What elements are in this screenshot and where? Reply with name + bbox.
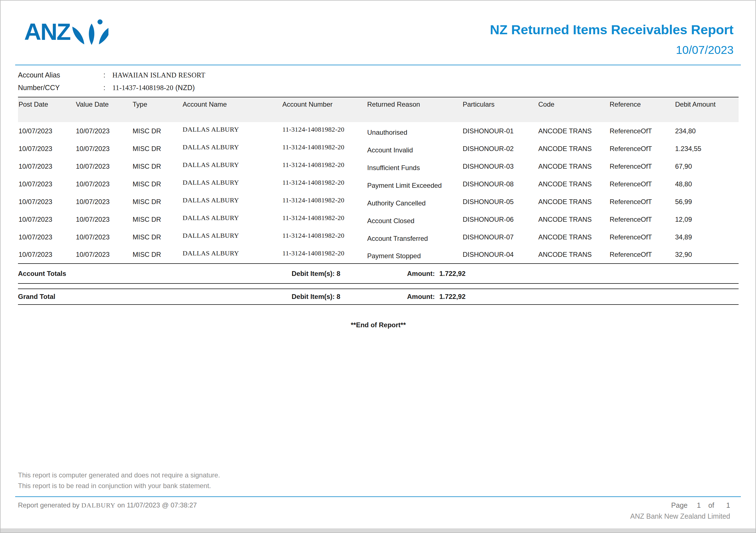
- cell-debit-amount: 12,09: [675, 211, 739, 228]
- report-body: Post DateValue DateTypeAccount NameAccou…: [18, 97, 739, 329]
- cell-reference: ReferenceOfT: [609, 158, 675, 175]
- table-row: 10/07/202310/07/2023MISC DRDALLAS ALBURY…: [18, 140, 739, 158]
- table-row: 10/07/202310/07/2023MISC DRDALLAS ALBURY…: [18, 211, 739, 228]
- cell-post-date: 10/07/2023: [18, 228, 75, 246]
- cell-debit-amount: 1.234,55: [675, 140, 739, 158]
- column-header-code: Code: [538, 97, 609, 122]
- cell-account-number: 11-3124-14081982-20: [282, 139, 366, 156]
- cell-value-date: 10/07/2023: [75, 193, 132, 211]
- of-label: of: [708, 501, 714, 509]
- number-ccy-value: 11-1437-1408198-20 (NZD): [112, 84, 195, 92]
- account-totals-row: Account Totals Debit Item(s): 8 Amount:1…: [18, 264, 739, 284]
- cell-type: MISC DR: [132, 158, 182, 175]
- number-ccy-label: Number/CCY: [18, 84, 103, 92]
- page-info: Page 1 of 1: [630, 501, 730, 509]
- account-alias-label: Account Alias: [18, 71, 103, 79]
- footer-bottom: Report generated by DALBURY on 11/07/202…: [18, 501, 730, 520]
- account-alias-row: Account Alias : HAWAIIAN ISLAND RESORT: [18, 69, 205, 81]
- cell-code: ANCODE TRANS: [538, 211, 609, 228]
- anz-logo-text: ANZ: [24, 18, 70, 45]
- account-alias-value: HAWAIIAN ISLAND RESORT: [112, 71, 205, 79]
- cell-particulars: DISHONOUR-05: [462, 193, 538, 211]
- column-header-debit-amount: Debit Amount: [675, 97, 739, 122]
- cell-post-date: 10/07/2023: [18, 175, 75, 193]
- table-row: 10/07/202310/07/2023MISC DRDALLAS ALBURY…: [18, 158, 739, 175]
- cell-post-date: 10/07/2023: [18, 158, 75, 175]
- header-divider: [15, 64, 741, 65]
- cell-type: MISC DR: [132, 193, 182, 211]
- page-bottom-edge: [1, 528, 755, 532]
- report-header: ANZ NZ Returned Items Receivables Report…: [24, 17, 734, 57]
- cell-particulars: DISHONOUR-01: [462, 122, 538, 140]
- column-header-account-number: Account Number: [282, 97, 366, 122]
- cell-type: MISC DR: [132, 246, 182, 264]
- cell-account-number: 11-3124-14081982-20: [282, 209, 366, 227]
- grand-total-label: Grand Total: [18, 293, 55, 301]
- cell-debit-amount: 56,99: [675, 193, 739, 211]
- column-header-account-name: Account Name: [182, 97, 282, 122]
- colon: :: [103, 84, 112, 92]
- table-body: 10/07/202310/07/2023MISC DRDALLAS ALBURY…: [18, 122, 739, 264]
- cell-debit-amount: 234,80: [675, 122, 739, 140]
- cell-code: ANCODE TRANS: [538, 246, 609, 264]
- cell-value-date: 10/07/2023: [75, 175, 132, 193]
- cell-value-date: 10/07/2023: [75, 228, 132, 246]
- disclaimer-statement: This report is to be read in conjunction…: [18, 482, 211, 490]
- cell-code: ANCODE TRANS: [538, 158, 609, 175]
- debit-items-count: 8: [337, 270, 340, 277]
- account-number-value: 11-1437-1408198-20: [112, 84, 173, 91]
- generated-prefix: Report generated by: [18, 501, 79, 509]
- end-of-report: **End of Report**: [18, 321, 739, 329]
- cell-type: MISC DR: [132, 122, 182, 140]
- cell-value-date: 10/07/2023: [75, 140, 132, 158]
- cell-debit-amount: 32,90: [675, 246, 739, 264]
- column-header-particulars: Particulars: [462, 97, 538, 122]
- currency-code: (NZD): [175, 84, 195, 91]
- page-total: 1: [726, 501, 730, 509]
- cell-value-date: 10/07/2023: [75, 211, 132, 228]
- generated-timestamp: on 11/07/2023 @ 07:38:27: [118, 501, 197, 509]
- cell-reference: ReferenceOfT: [609, 211, 675, 228]
- cell-reference: ReferenceOfT: [609, 122, 675, 140]
- column-header-post-date: Post Date: [18, 97, 75, 122]
- cell-returned-reason: Account Invalid: [366, 141, 462, 159]
- number-ccy-row: Number/CCY : 11-1437-1408198-20 (NZD): [18, 81, 205, 94]
- company-name: ANZ Bank New Zealand Limited: [630, 512, 730, 520]
- cell-post-date: 10/07/2023: [18, 140, 75, 158]
- table-row: 10/07/202310/07/2023MISC DRDALLAS ALBURY…: [18, 228, 739, 246]
- cell-type: MISC DR: [132, 175, 182, 193]
- cell-value-date: 10/07/2023: [75, 158, 132, 175]
- footer-divider: [15, 496, 741, 497]
- anz-logo-icon: ANZ: [24, 17, 108, 45]
- report-generated-line: Report generated by DALBURY on 11/07/202…: [18, 501, 197, 509]
- cell-returned-reason: Insufficient Funds: [366, 159, 462, 177]
- cell-post-date: 10/07/2023: [18, 246, 75, 264]
- cell-code: ANCODE TRANS: [538, 122, 609, 140]
- debit-items-label: Debit Item(s):: [292, 270, 335, 277]
- cell-account-number: 11-3124-14081982-20: [282, 121, 366, 139]
- amount-label: Amount:: [407, 293, 435, 300]
- cell-debit-amount: 34,89: [675, 228, 739, 246]
- cell-account-number: 11-3124-14081982-20: [282, 156, 366, 174]
- debit-items-label: Debit Item(s):: [292, 293, 335, 300]
- cell-returned-reason: Account Closed: [366, 212, 462, 230]
- cell-post-date: 10/07/2023: [18, 122, 75, 140]
- cell-account-number: 11-3124-14081982-20: [282, 244, 366, 262]
- cell-reference: ReferenceOfT: [609, 193, 675, 211]
- report-date: 10/07/2023: [490, 43, 734, 57]
- grand-total-debit-items: Debit Item(s): 8: [292, 293, 340, 301]
- cell-returned-reason: Payment Stopped: [366, 247, 462, 265]
- cell-code: ANCODE TRANS: [538, 193, 609, 211]
- grand-total-row: Grand Total Debit Item(s): 8 Amount:1.72…: [18, 289, 739, 305]
- cell-account-name: DALLAS ALBURY: [182, 209, 282, 227]
- cell-debit-amount: 48,80: [675, 175, 739, 193]
- amount-value: 1.722,92: [439, 293, 466, 300]
- cell-account-name: DALLAS ALBURY: [182, 156, 282, 174]
- cell-returned-reason: Payment Limit Exceeded: [366, 177, 462, 194]
- cell-particulars: DISHONOUR-03: [462, 158, 538, 175]
- cell-particulars: DISHONOUR-06: [462, 211, 538, 228]
- cell-post-date: 10/07/2023: [18, 211, 75, 228]
- returned-items-table: Post DateValue DateTypeAccount NameAccou…: [18, 97, 739, 264]
- cell-particulars: DISHONOUR-04: [462, 246, 538, 264]
- cell-account-number: 11-3124-14081982-20: [282, 191, 366, 209]
